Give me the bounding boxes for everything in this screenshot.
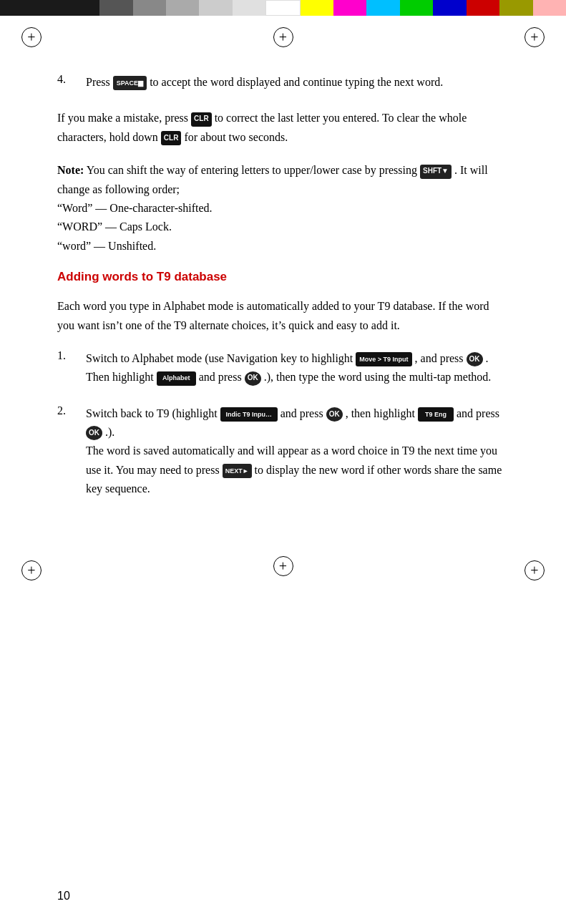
intro-paragraph: Each word you type in Alphabet mode is a… bbox=[57, 297, 509, 335]
step-4-text-press: Press bbox=[86, 76, 110, 88]
space-key-icon: SPACE▆ bbox=[113, 76, 147, 90]
bottom-reg-marks bbox=[0, 545, 566, 588]
step-1-body: Switch to Alphabet mode (use Navigation … bbox=[86, 349, 509, 387]
reg-mark-left bbox=[21, 27, 42, 47]
step-2: 2. Switch back to T9 (highlight Indic T9… bbox=[57, 404, 509, 499]
step-1-text1: Switch to Alphabet mode (use Navigation … bbox=[86, 352, 353, 364]
color-segment bbox=[301, 0, 333, 16]
color-segment bbox=[199, 0, 232, 16]
note-text: You can shift the way of entering letter… bbox=[87, 164, 417, 176]
step-2-text3: , then highlight bbox=[346, 407, 418, 419]
clr-key-icon: CLR bbox=[191, 112, 212, 127]
alphabet-label-icon: Alphabet bbox=[157, 371, 196, 386]
mistake-paragraph: If you make a mistake, press CLR to corr… bbox=[57, 109, 509, 147]
quote3: “word” — Unshifted. bbox=[57, 240, 156, 252]
mistake-text-1: If you make a mistake, press bbox=[57, 112, 188, 124]
color-segment bbox=[0, 0, 33, 16]
step-2-text4: and press bbox=[457, 407, 499, 419]
step-4: 4. Press SPACE▆ to accept the word displ… bbox=[57, 73, 509, 92]
nav-label-icon: Move > T9 Input bbox=[356, 352, 411, 366]
step-1-text4: and press bbox=[199, 371, 245, 383]
color-segment bbox=[166, 0, 199, 16]
quote2: “WORD” — Caps Lock. bbox=[57, 220, 172, 233]
step-1-text5: .), then type the word using the multi-t… bbox=[264, 371, 492, 383]
ok-key-icon-1: OK bbox=[467, 352, 483, 366]
step-1-number: 1. bbox=[57, 349, 86, 387]
reg-mark-bottom-left bbox=[21, 560, 42, 580]
section-heading: Adding words to T9 database bbox=[57, 270, 509, 284]
step-2-number: 2. bbox=[57, 404, 86, 499]
color-segment bbox=[333, 0, 366, 16]
color-segment bbox=[33, 0, 66, 16]
step-2-body: Switch back to T9 (highlight Indic T9 In… bbox=[86, 404, 509, 499]
ok-key-icon-2: OK bbox=[245, 371, 261, 386]
color-segment bbox=[400, 0, 433, 16]
step-1: 1. Switch to Alphabet mode (use Navigati… bbox=[57, 349, 509, 387]
color-segment bbox=[67, 0, 99, 16]
indic-label-icon: Indic T9 Inpu… bbox=[220, 407, 278, 422]
color-bar bbox=[0, 0, 566, 16]
step-4-text-after: to accept the word displayed and continu… bbox=[150, 76, 443, 88]
ok-key-icon-3: OK bbox=[326, 407, 343, 422]
step-1-text2: , and press bbox=[415, 352, 467, 364]
color-segment bbox=[265, 0, 300, 16]
clr-key-icon-2: CLR bbox=[161, 131, 182, 145]
main-content: 4. Press SPACE▆ to accept the word displ… bbox=[0, 59, 566, 545]
reg-mark-bottom-center bbox=[273, 556, 293, 576]
reg-mark-center bbox=[273, 27, 293, 47]
reg-mark-right bbox=[524, 27, 545, 47]
step-2-text2: and press bbox=[280, 407, 326, 419]
note-paragraph: Note: You can shift the way of entering … bbox=[57, 161, 509, 256]
color-segment bbox=[99, 0, 132, 16]
registration-marks-row bbox=[0, 16, 566, 59]
color-segment bbox=[366, 0, 399, 16]
color-segment bbox=[133, 0, 166, 16]
color-segment bbox=[233, 0, 265, 16]
next-key-icon: NEXT► bbox=[223, 464, 252, 478]
ok-key-icon-4: OK bbox=[86, 426, 102, 440]
mistake-text-3: for about two seconds. bbox=[184, 131, 288, 143]
quote1: “Word” — One-character-shifted. bbox=[57, 202, 213, 214]
color-segment bbox=[533, 0, 566, 16]
reg-mark-bottom-right bbox=[524, 560, 545, 580]
shift-key-icon: SHFT▼ bbox=[420, 165, 452, 179]
page-number: 10 bbox=[57, 890, 70, 903]
step-2-text5: .). bbox=[105, 426, 114, 438]
step-2-text1: Switch back to T9 (highlight bbox=[86, 407, 220, 419]
step-4-number: 4. bbox=[57, 73, 86, 92]
t9-label-icon: T9 Eng bbox=[418, 407, 454, 422]
color-segment bbox=[499, 0, 532, 16]
note-label: Note: bbox=[57, 164, 84, 176]
color-segment bbox=[467, 0, 499, 16]
step-4-body: Press SPACE▆ to accept the word displaye… bbox=[86, 73, 509, 92]
color-segment bbox=[433, 0, 466, 16]
